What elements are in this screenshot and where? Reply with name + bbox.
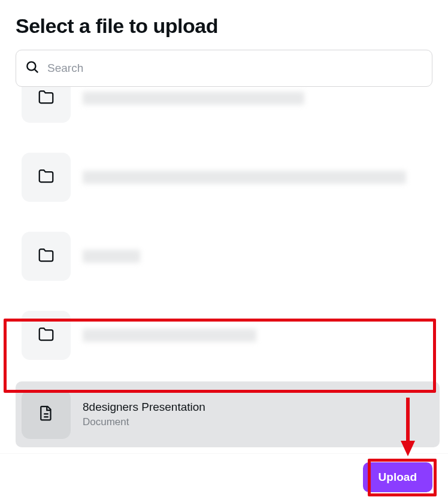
item-name-redacted — [83, 329, 256, 342]
folder-icon — [37, 88, 55, 108]
svg-line-1 — [35, 69, 38, 72]
folder-icon — [37, 325, 55, 346]
item-icon-box — [22, 390, 71, 439]
search-icon — [25, 59, 40, 77]
file-upload-modal: Select a file to upload — [0, 0, 448, 503]
item-text: 8designers Presentation Document — [83, 401, 434, 428]
folder-icon — [37, 246, 55, 266]
list-item-selected[interactable]: 8designers Presentation Document — [16, 381, 440, 447]
item-name-redacted — [83, 171, 406, 184]
list-item[interactable] — [16, 144, 440, 210]
item-name: 8designers Presentation — [83, 401, 434, 414]
modal-footer: Upload — [0, 453, 448, 503]
item-icon-box — [22, 311, 71, 360]
document-icon — [37, 404, 55, 425]
item-text — [83, 329, 434, 342]
svg-point-0 — [27, 62, 35, 70]
folder-icon — [37, 167, 55, 187]
item-name-redacted — [83, 250, 140, 263]
item-type: Document — [83, 416, 434, 428]
modal-title: Select a file to upload — [0, 14, 448, 50]
item-text — [83, 250, 434, 263]
item-icon-box — [22, 87, 71, 123]
upload-button[interactable]: Upload — [363, 462, 432, 492]
item-text — [83, 92, 434, 105]
list-item[interactable] — [16, 223, 440, 289]
search-input[interactable] — [47, 62, 423, 75]
item-icon-box — [22, 232, 71, 281]
search-wrap — [0, 50, 448, 87]
search-box[interactable] — [16, 50, 432, 87]
item-name-redacted — [83, 92, 304, 105]
file-list[interactable]: 8designers Presentation Document Documen… — [0, 87, 448, 453]
list-item[interactable] — [16, 302, 440, 368]
item-icon-box — [22, 153, 71, 202]
item-text — [83, 171, 434, 184]
list-item[interactable] — [16, 87, 440, 131]
